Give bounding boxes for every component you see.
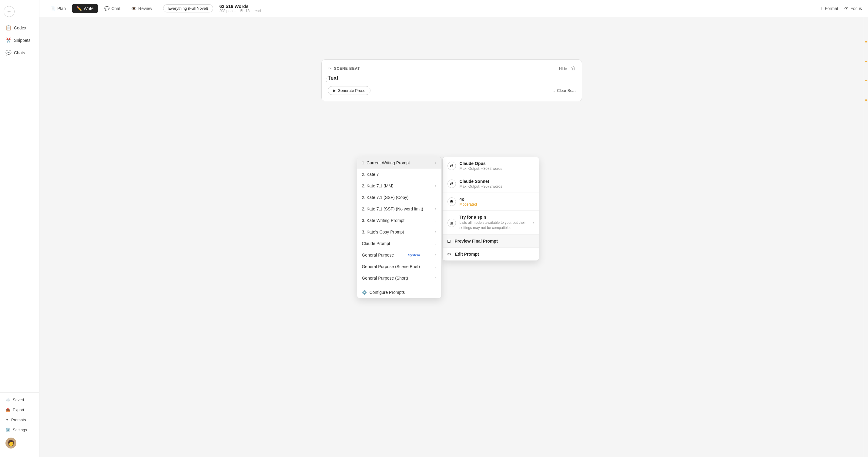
prompt-label-kate-writing: 3. Kate Writing Prompt [362, 218, 404, 223]
chevron-icon-kate71mm: › [435, 184, 436, 188]
tab-plan[interactable]: 📄 Plan [45, 4, 71, 13]
prompt-item-kate7[interactable]: 2. Kate 7 › [357, 169, 441, 180]
model-item-sonnet[interactable]: ↺ Claude Sonnet Max. Output: ~3072 words [442, 175, 539, 193]
sidebar-item-codex[interactable]: 📋 Codex [2, 22, 37, 34]
prompt-label-kate71ssfnwl: 2. Kate 7.1 (SSF) (No word limit) [362, 207, 423, 211]
spin-icon: ⊞ [447, 219, 456, 227]
saved-icon: ☁️ [5, 398, 10, 402]
tab-chat[interactable]: 💬 Chat [99, 4, 125, 13]
format-label: Format [825, 6, 838, 11]
model-name-opus: Claude Opus [459, 161, 502, 166]
avatar[interactable]: 🧑 [5, 437, 17, 449]
export-icon: 📤 [5, 407, 10, 412]
tab-write-label: Write [84, 6, 93, 11]
spin-info: Try for a spin Lists all models availabl… [459, 215, 529, 231]
delete-icon[interactable]: 🗑 [571, 66, 576, 71]
dropdown-container: 1. Current Writing Prompt › 2. Kate 7 › … [356, 157, 539, 298]
back-button[interactable]: ← [4, 6, 14, 17]
prompt-label-kate71mm: 2. Kate 7.1 (MM) [362, 183, 393, 188]
configure-prompts-button[interactable]: ⚙️ Configure Prompts [357, 286, 441, 298]
clear-beat-label: Clear Beat [557, 88, 576, 93]
snippets-icon: ✂️ [5, 37, 11, 43]
edit-icon: ⚙ [447, 252, 451, 256]
main-content: 📄 Plan ✏️ Write 💬 Chat 👁️ Review Everyth… [39, 0, 868, 457]
chevron-icon-kate-writing: › [435, 218, 436, 222]
gear-icon: ⚙️ [362, 290, 367, 295]
prompts-icon: ✦ [5, 418, 9, 422]
prompt-item-kate71mm[interactable]: 2. Kate 7.1 (MM) › [357, 180, 441, 192]
scene-beat-card: ⠿ 〰 SCENE BEAT Hide 🗑 Text ▶ Generate [321, 59, 582, 101]
editor-area: ⠿ 〰 SCENE BEAT Hide 🗑 Text ▶ Generate [39, 17, 864, 457]
preview-prompt-button[interactable]: ⊡ Preview Final Prompt [442, 235, 539, 248]
model-info-sonnet: Claude Sonnet Max. Output: ~3072 words [459, 179, 502, 189]
tab-write[interactable]: ✏️ Write [72, 4, 98, 13]
chevron-icon-current: › [435, 161, 436, 165]
prompt-label-kate7: 2. Kate 7 [362, 172, 379, 177]
model-name-4o: 4o [459, 197, 476, 202]
prompt-item-general[interactable]: General Purpose System › [357, 249, 441, 261]
spin-chevron-icon: › [533, 220, 534, 225]
chevron-icon-kate-cosy: › [435, 230, 436, 234]
format-button[interactable]: 𝕋 Format [820, 6, 838, 11]
scroll-marker-2 [865, 61, 867, 62]
clear-icon: ↓ [553, 88, 555, 93]
scroll-markers [864, 17, 868, 457]
prompt-divider [357, 285, 441, 285]
word-count: 62,516 Words [219, 4, 261, 9]
sidebar-top: ← [0, 4, 39, 22]
sidebar-item-label-codex: Codex [14, 26, 26, 30]
sidebar-nav: 📋 Codex ✂️ Snippets 💬 Chats [0, 22, 39, 392]
spin-item[interactable]: ⊞ Try for a spin Lists all models availa… [442, 211, 539, 235]
chevron-icon-general-short: › [435, 276, 436, 280]
edit-prompt-button[interactable]: ⚙ Edit Prompt [442, 248, 539, 261]
sidebar: ← 📋 Codex ✂️ Snippets 💬 Chats ☁️ Saved 📤… [0, 0, 39, 457]
model-item-4o[interactable]: ⚙ 4o Moderated [442, 193, 539, 211]
sidebar-item-saved[interactable]: ☁️ Saved [2, 395, 37, 404]
drag-handle[interactable]: ⠿ [324, 78, 327, 83]
sidebar-item-settings[interactable]: ⚙️ Settings [2, 425, 37, 434]
sidebar-item-snippets[interactable]: ✂️ Snippets [2, 34, 37, 46]
configure-prompts-label: Configure Prompts [369, 290, 405, 295]
focus-button[interactable]: 👁 Focus [844, 6, 862, 11]
scene-beat-actions: Hide 🗑 [559, 66, 576, 71]
export-label: Export [13, 407, 24, 412]
clear-beat-button[interactable]: ↓ Clear Beat [553, 88, 576, 93]
focus-label: Focus [850, 6, 862, 11]
prompt-list: 1. Current Writing Prompt › 2. Kate 7 › … [356, 157, 441, 298]
tab-chat-label: Chat [111, 6, 120, 11]
preview-icon: ⊡ [447, 239, 451, 244]
hide-button[interactable]: Hide [559, 66, 567, 71]
chats-icon: 💬 [5, 50, 11, 56]
prompt-item-general-scene[interactable]: General Purpose (Scene Brief) › [357, 261, 441, 272]
topbar-right: 𝕋 Format 👁 Focus [820, 6, 862, 11]
prompt-item-kate-writing[interactable]: 3. Kate Writing Prompt › [357, 215, 441, 226]
codex-icon: 📋 [5, 25, 11, 31]
scene-beat-label: SCENE BEAT [334, 66, 360, 71]
chevron-icon-general-scene: › [435, 265, 436, 269]
generate-prose-button[interactable]: ▶ Generate Prose [328, 86, 371, 95]
prompts-label: Prompts [11, 418, 26, 422]
model-item-opus[interactable]: ↺ Claude Opus Max. Output: ~3072 words [442, 157, 539, 175]
sidebar-item-prompts[interactable]: ✦ Prompts [2, 415, 37, 425]
topbar: 📄 Plan ✏️ Write 💬 Chat 👁️ Review Everyth… [39, 0, 868, 17]
sidebar-item-chats[interactable]: 💬 Chats [2, 47, 37, 59]
prompt-item-kate-cosy[interactable]: 3. Kate's Cosy Prompt › [357, 226, 441, 238]
prompt-item-kate71ssf[interactable]: 2. Kate 7.1 (SSF) (Copy) › [357, 192, 441, 203]
prompt-item-general-short[interactable]: General Purpose (Short) › [357, 272, 441, 284]
system-badge: System [408, 253, 420, 257]
settings-icon: ⚙️ [5, 428, 10, 432]
settings-label: Settings [13, 428, 27, 432]
focus-icon: 👁 [844, 6, 848, 11]
scroll-marker-3 [865, 80, 867, 81]
tab-review[interactable]: 👁️ Review [126, 4, 157, 13]
scope-button[interactable]: Everything (Full Novel) [163, 4, 213, 12]
saved-label: Saved [13, 398, 24, 402]
prompt-item-kate71ssfnwl[interactable]: 2. Kate 7.1 (SSF) (No word limit) › [357, 203, 441, 215]
scroll-marker-4 [865, 99, 867, 101]
sidebar-item-export[interactable]: 📤 Export [2, 405, 37, 415]
prompt-item-claude[interactable]: Claude Prompt › [357, 238, 441, 249]
prompt-label-current: 1. Current Writing Prompt [362, 160, 410, 165]
chevron-icon-kate71ssfnwl: › [435, 207, 436, 211]
prompt-item-current[interactable]: 1. Current Writing Prompt › [357, 157, 441, 169]
prompt-label-general-short: General Purpose (Short) [362, 276, 408, 280]
